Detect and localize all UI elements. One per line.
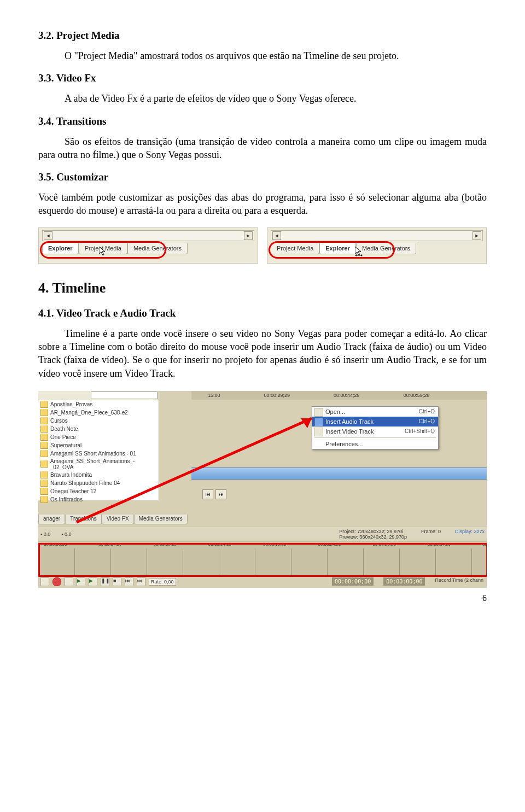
folder-icon xyxy=(40,460,48,468)
play-button[interactable]: ▶ xyxy=(89,577,97,586)
explorer-item[interactable]: Cursos xyxy=(38,417,159,425)
folder-icon xyxy=(40,496,48,503)
timecode-1: 00:00:00;00 xyxy=(332,577,374,586)
ruler-time-label: 00:00:34;29 xyxy=(428,542,451,547)
status-display: Display: 327x xyxy=(455,529,485,540)
explorer-item-label: Os Infiltrados xyxy=(50,496,83,503)
footer-square-icon[interactable] xyxy=(40,577,49,586)
menu-insert-audio-track[interactable]: Insert Audio Track Ctrl+Q xyxy=(312,417,438,427)
record-button[interactable] xyxy=(52,577,61,586)
explorer-item-label: Apostilas_Provas xyxy=(50,401,92,407)
dock-tabs: anager Transitions Video FX Media Genera… xyxy=(38,515,208,524)
explorer-item[interactable]: Death Note xyxy=(38,425,159,433)
menu-insert-video-track[interactable]: Insert Video Track Ctrl+Shift+Q xyxy=(312,427,438,436)
menu-label: Insert Video Track xyxy=(325,428,374,435)
explorer-item[interactable]: Apostilas_Provas xyxy=(38,400,159,408)
tab-explorer[interactable]: Explorer xyxy=(319,243,356,254)
dock-tab[interactable]: Transitions xyxy=(65,515,102,524)
status-bar: ▪ 0.0 ▪ 0.0 Project: 720x480x32; 29,970i… xyxy=(38,527,487,542)
audio-track-icon xyxy=(314,418,323,427)
prev-button[interactable]: ⏮ xyxy=(202,489,213,499)
tab-media-generators[interactable]: Media Generators xyxy=(127,243,188,254)
menu-separator xyxy=(314,437,436,438)
explorer-item-label: AR_Mangá_One_Piece_638-e2 xyxy=(50,410,128,416)
menu-label: Insert Audio Track xyxy=(325,418,374,425)
explorer-item[interactable]: Amagami_SS_Short_Animations_-_02_OVA xyxy=(38,458,159,471)
body-3-2: O "Project Media" amostrará todos os arq… xyxy=(38,49,487,62)
time-label: 00:00:44;29 xyxy=(334,393,360,398)
explorer-item-label: Amagami_SS_Short_Animations_-_02_OVA xyxy=(50,458,156,470)
svg-marker-0 xyxy=(99,247,105,255)
scroll-left-icon[interactable]: ◄ xyxy=(44,231,52,240)
svg-marker-1 xyxy=(355,247,361,255)
explorer-item[interactable]: Os Infiltrados xyxy=(38,495,159,504)
folder-icon xyxy=(40,425,48,433)
timeline-track-area[interactable] xyxy=(38,548,487,576)
folder-icon xyxy=(40,471,48,478)
go-end-button[interactable]: ⏭ xyxy=(137,577,145,586)
cursor-move-icon xyxy=(355,247,363,256)
page-number: 6 xyxy=(38,593,487,603)
menu-shortcut: Ctrl+O xyxy=(419,408,435,414)
explorer-path-combo[interactable] xyxy=(91,392,158,399)
explorer-item[interactable]: Onegai Teacher 12 xyxy=(38,487,159,495)
tab-project-media[interactable]: Project Media xyxy=(271,243,319,254)
tab-figure-left: ◄ ► Explorer Project Media Media Generat… xyxy=(38,227,258,264)
tab-media-generators[interactable]: Media Generators xyxy=(356,243,416,254)
scroll-right-icon[interactable]: ► xyxy=(472,231,481,240)
explorer-item-label: One Piece xyxy=(50,434,76,440)
ruler-time-label: 00:00:04;29 xyxy=(98,542,121,547)
tab-figure-right: ◄ ► Project Media Explorer Media Generat… xyxy=(267,227,487,264)
menu-open[interactable]: Open... Ctrl+O xyxy=(312,407,438,417)
context-menu: Open... Ctrl+O Insert Audio Track Ctrl+Q… xyxy=(312,406,439,449)
body-3-5: Você também pode customizar as posições … xyxy=(38,191,487,218)
explorer-item[interactable]: Amagami SS Short Animations - 01 xyxy=(38,449,159,458)
heading-4: 4. Timeline xyxy=(38,280,487,296)
tab-drag-figures: ◄ ► Explorer Project Media Media Generat… xyxy=(38,227,487,264)
explorer-item[interactable]: Supernatural xyxy=(38,441,159,449)
menu-preferences[interactable]: Preferences... xyxy=(312,439,438,449)
dock-tab[interactable]: anager xyxy=(38,515,65,524)
ruler-time-label: 00:00:09;29 xyxy=(154,542,177,547)
video-track-icon xyxy=(314,428,323,436)
stop-button[interactable]: ■ xyxy=(113,577,121,586)
explorer-item[interactable]: Naruto Shippuuden Filme 04 xyxy=(38,479,159,487)
status-db-left: ▪ 0.0 xyxy=(40,531,50,537)
folder-icon xyxy=(40,401,48,408)
audio-clip[interactable] xyxy=(191,468,487,480)
dock-tab[interactable]: Video FX xyxy=(102,515,134,524)
explorer-item[interactable]: One Piece xyxy=(38,433,159,441)
heading-3-5: 3.5. Customizar xyxy=(38,171,487,183)
status-project: Project: 720x480x32; 29,970i Preview: 36… xyxy=(339,529,407,540)
loop-button[interactable] xyxy=(65,577,73,586)
playback-rate: Rate: 0,00 xyxy=(149,578,176,586)
tab-explorer[interactable]: Explorer xyxy=(42,243,79,254)
record-time-label: Record Time (2 chann xyxy=(435,577,483,586)
play-start-button[interactable]: ▶ xyxy=(77,577,85,586)
dock-tab[interactable]: Media Generators xyxy=(134,515,188,524)
status-frame: Frame: 0 xyxy=(421,529,441,540)
next-button[interactable]: ⏭ xyxy=(215,489,226,499)
heading-3-4: 3.4. Transitions xyxy=(38,115,487,127)
heading-3-2: 3.2. Project Media xyxy=(38,30,487,42)
ruler-time-label: 00:00:39;29 xyxy=(482,542,487,547)
explorer-item[interactable]: AR_Mangá_One_Piece_638-e2 xyxy=(38,408,159,417)
ruler-time-label: 00:00:00;00 xyxy=(44,542,67,547)
scrollbar[interactable]: ◄ ► xyxy=(271,230,483,241)
folder-icon xyxy=(40,488,48,495)
scrollbar[interactable]: ◄ ► xyxy=(42,230,254,241)
explorer-item-label: Bravura Indomita xyxy=(50,472,92,478)
explorer-item-label: Onegai Teacher 12 xyxy=(50,488,96,494)
timecode-2: 00:00:00;00 xyxy=(383,577,425,586)
go-start-button[interactable]: ⏮ xyxy=(125,577,133,586)
folder-icon xyxy=(40,409,48,416)
pause-button[interactable]: ❚❚ xyxy=(101,577,109,586)
cursor-icon xyxy=(99,247,107,256)
scroll-left-icon[interactable]: ◄ xyxy=(272,231,281,240)
scroll-right-icon[interactable]: ► xyxy=(244,231,253,240)
time-label: 00:00:59;28 xyxy=(404,393,430,398)
explorer-item[interactable]: Bravura Indomita xyxy=(38,471,159,479)
ruler-time-label: 00:00:14;29 xyxy=(208,542,231,547)
heading-4-1: 4.1. Video Track e Audio Track xyxy=(38,307,487,319)
menu-label: Preferences... xyxy=(325,441,363,447)
